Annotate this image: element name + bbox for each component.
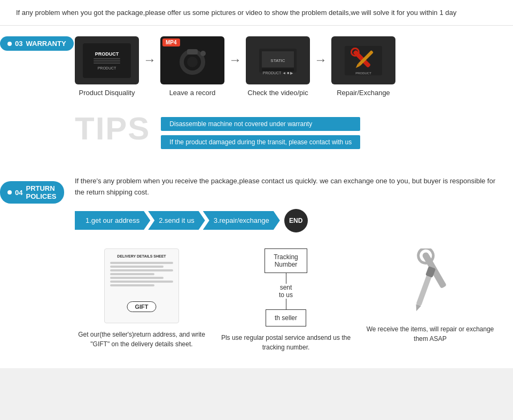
sheet-line-7 [110, 284, 154, 286]
card-1-desc: Get our(the seller's)return address, and… [75, 330, 208, 349]
tracking-diagram: Tracking Number sent to us th seller [243, 248, 329, 326]
return-badge-num: 04 [15, 189, 22, 197]
sheet-title: DELIVERY DETAILS SHEET [110, 254, 173, 258]
sheet-line-5 [110, 277, 164, 279]
product-disquality-box: PRODUCT PRODUCT [75, 36, 139, 84]
tracking-seller-label: th seller [275, 314, 297, 322]
tracking-line-2 [286, 299, 286, 309]
video-svg: STATIC PRODUCT ◄ ■ ▶ [256, 46, 299, 75]
svg-text:PRODUCT: PRODUCT [355, 72, 371, 75]
cards-container: DELIVERY DETAILS SHEET GIFT Get our(the … [75, 248, 497, 352]
svg-text:STATIC: STATIC [270, 58, 285, 63]
tips-list: Disassemble machine not covered under wa… [161, 113, 360, 149]
top-info-bar: If any problem when you got the package,… [0, 0, 513, 26]
svg-text:PRODUCT ◄ ■ ▶: PRODUCT ◄ ■ ▶ [263, 71, 293, 75]
delivery-sheet-image: DELIVERY DETAILS SHEET GIFT [104, 248, 179, 323]
tracking-number-label: Tracking Number [274, 253, 298, 268]
top-info-text: If any problem when you got the package,… [16, 9, 456, 17]
video-icon: STATIC PRODUCT ◄ ■ ▶ [256, 46, 299, 75]
return-badge: 04 PRTURN POLICES [0, 181, 64, 204]
tip-item-1: Disassemble machine not covered under wa… [161, 117, 360, 131]
arrow-3: → [314, 52, 327, 67]
video-box: STATIC PRODUCT ◄ ■ ▶ [246, 36, 310, 84]
step-end: END [284, 209, 308, 232]
tips-title: TIPS [75, 113, 150, 145]
arrow-2: → [229, 52, 242, 67]
svg-point-2 [187, 57, 198, 67]
screen-line-3 [94, 63, 120, 64]
svg-rect-3 [187, 49, 198, 55]
product-sub: PRODUCT [98, 66, 116, 70]
tools-image [395, 248, 465, 318]
sheet-line-4 [110, 273, 154, 275]
card-delivery: DELIVERY DETAILS SHEET GIFT Get our(the … [75, 248, 208, 349]
flow-item-product: PRODUCT PRODUCT Product Disquality [75, 36, 139, 97]
card-tracking: Tracking Number sent to us th seller Pls… [219, 248, 353, 352]
tracking-line-1 [286, 273, 286, 284]
badge-num: 03 [15, 40, 22, 48]
flow-item-mp4: MP4 Leave a record [160, 36, 224, 97]
flow-label-product: Product Disquality [79, 89, 135, 97]
repair-box: PRODUCT [331, 36, 395, 84]
flow-item-repair: PRODUCT Repair/Exchange [331, 36, 395, 97]
sheet-line-6 [110, 281, 173, 283]
sheet-line-1 [110, 262, 173, 264]
tracking-seller-box: th seller [266, 309, 306, 326]
gift-badge: GIFT [127, 301, 156, 312]
tracking-sent-label: sent to us [279, 284, 293, 299]
flow-item-video: STATIC PRODUCT ◄ ■ ▶ Check the video/pic [246, 36, 310, 97]
warranty-section: 03 WARRANTY PRODUCT PRODUCT Product Disq… [0, 26, 513, 165]
tip-item-2: If the product damaged during the transi… [161, 135, 360, 149]
tips-container: TIPS Disassemble machine not covered und… [75, 113, 497, 149]
card-2-desc: Pls use regular postal service andsend u… [219, 333, 353, 352]
repair-svg: PRODUCT [342, 43, 385, 78]
screen-lines [94, 58, 120, 64]
flow-label-repair: Repair/Exchange [337, 89, 390, 97]
return-dot [7, 190, 12, 195]
return-info-text: If there's any problem when you receive … [75, 176, 497, 198]
step-3: 3.repair/exchange [203, 211, 280, 230]
sheet-line-2 [110, 266, 164, 268]
mp4-box: MP4 [160, 36, 224, 84]
return-badge-label: PRTURN POLICES [26, 184, 56, 200]
camera-svg [174, 42, 211, 79]
flow-label-mp4: Leave a record [169, 89, 216, 97]
flow-label-video: Check the video/pic [247, 89, 308, 97]
warranty-flow: PRODUCT PRODUCT Product Disquality → MP4 [75, 36, 497, 97]
screen-line-2 [94, 60, 120, 61]
warranty-badge: 03 WARRANTY [0, 36, 74, 51]
card-repair: We receive the items, will repair or exc… [363, 248, 497, 344]
svg-point-4 [200, 51, 206, 56]
step-2: 2.send it us [148, 211, 205, 230]
arrow-1: → [143, 52, 156, 67]
product-label: PRODUCT [95, 51, 119, 57]
mp4-badge: MP4 [162, 38, 180, 46]
badge-label: WARRANTY [26, 40, 66, 48]
tools-svg [395, 248, 465, 318]
sheet-line-3 [110, 269, 173, 271]
steps-container: 1.get our address 2.send it us 3.repair/… [75, 209, 497, 232]
step-1: 1.get our address [75, 211, 150, 230]
card-3-desc: We receive the items, will repair or exc… [363, 324, 497, 344]
product-display: PRODUCT PRODUCT [83, 43, 131, 78]
badge-dot [7, 42, 12, 46]
return-section: 04 PRTURN POLICES If there's any problem… [0, 165, 513, 368]
screen-line-1 [94, 58, 120, 59]
tracking-number-box: Tracking Number [265, 248, 307, 273]
